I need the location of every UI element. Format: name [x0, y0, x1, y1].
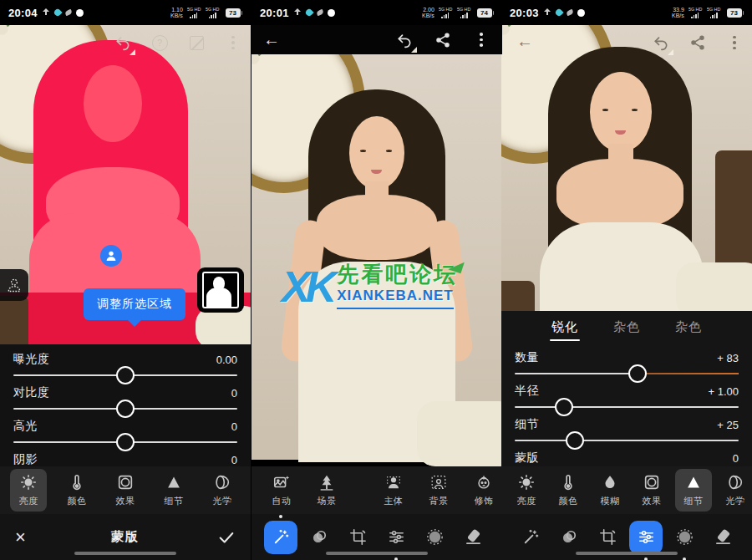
mask-thumbnail[interactable]: [197, 267, 244, 313]
masking-tool[interactable]: [668, 521, 701, 554]
crop-tool[interactable]: [341, 521, 374, 554]
preview-off-icon[interactable]: [187, 33, 206, 52]
magic-wand-tool[interactable]: [264, 521, 297, 554]
slider-track[interactable]: [13, 436, 237, 448]
bed-frame-decor: [501, 281, 535, 311]
undo-icon[interactable]: [114, 33, 132, 52]
slider-value: 0: [231, 387, 237, 400]
back-icon[interactable]: ←: [263, 30, 280, 49]
slider-knob[interactable]: [566, 431, 584, 450]
mixer-sliders-tool[interactable]: [629, 521, 663, 554]
undo-icon[interactable]: [652, 33, 670, 52]
redo-expand-icon: [668, 49, 673, 55]
upload-icon: [42, 8, 50, 17]
magic-wand-tool[interactable]: [514, 521, 547, 554]
slider-knob[interactable]: [628, 364, 647, 383]
toolbar-item-color[interactable]: 颜色: [58, 469, 95, 512]
photo-canvas[interactable]: ? 调整所选区域: [0, 25, 251, 344]
tab-sharpen[interactable]: 锐化: [551, 319, 578, 341]
photo-canvas[interactable]: ←: [501, 25, 752, 311]
toolbar-item-effects[interactable]: 效果: [107, 469, 144, 512]
back-icon[interactable]: ←: [516, 32, 533, 51]
crop-tool[interactable]: [591, 521, 624, 554]
help-icon[interactable]: ?: [150, 33, 169, 52]
mixer-sliders-tool[interactable]: [379, 521, 413, 554]
home-indicator[interactable]: [74, 552, 176, 555]
tab-color-noise[interactable]: 杂色: [675, 319, 702, 341]
status-bar: 20:04 1.10KB/s 5G HD 5G HD: [0, 0, 251, 25]
slider-value: + 25: [717, 419, 739, 431]
toolbar-item-detail[interactable]: 细节: [675, 469, 712, 512]
toolbar-item-blur[interactable]: 模糊: [592, 469, 628, 512]
slider-track[interactable]: [13, 369, 237, 381]
close-icon[interactable]: ×: [15, 527, 26, 548]
woman-face: [590, 72, 652, 152]
watermark-logo: XK: [282, 268, 332, 305]
signal-bars-icon: [460, 13, 468, 18]
masking-tool[interactable]: [418, 521, 451, 554]
toolbar-item-auto[interactable]: 自动: [263, 469, 300, 512]
confirm-check-icon[interactable]: [217, 528, 236, 547]
adjust-selection-tooltip[interactable]: 调整所选区域: [84, 288, 185, 320]
woman-shoulders: [556, 159, 683, 229]
thermometer-icon: [68, 473, 86, 491]
toolbar-item-retouch[interactable]: 修饰: [465, 469, 502, 512]
more-icon[interactable]: [725, 33, 744, 52]
subject-person-icon: [384, 473, 403, 491]
category-toolbar: 亮度 颜色 模糊 效果 细节: [501, 466, 752, 514]
presets-tool[interactable]: [552, 521, 586, 554]
slider-track[interactable]: [13, 403, 237, 415]
slider-knob[interactable]: [116, 366, 135, 384]
share-icon[interactable]: [688, 33, 707, 52]
toolbar-item-scene[interactable]: 场景: [308, 469, 345, 512]
watermark-site: XIANKEBA.NET: [337, 285, 454, 309]
slider-row-highlights: 高光0: [13, 416, 237, 450]
presets-tool[interactable]: [302, 521, 336, 554]
eraser-tool[interactable]: [456, 521, 490, 554]
scene-tree-icon: [318, 473, 336, 491]
woman-face: [349, 116, 404, 190]
detail-triangle-icon: [684, 473, 703, 491]
slider-value: 0.00: [216, 354, 237, 366]
slider-knob[interactable]: [116, 400, 135, 418]
share-icon[interactable]: [434, 31, 452, 49]
home-indicator[interactable]: [326, 552, 428, 555]
slider-value: 0: [231, 420, 237, 433]
status-bar: 20:01 2.00KB/s 5G HD 5G HD: [252, 0, 502, 25]
slider-label: 高光: [13, 419, 38, 434]
toolbar-item-optics[interactable]: 光学: [717, 469, 752, 512]
bed-frame-decor: [0, 296, 28, 344]
toolbar-item-effects[interactable]: 效果: [633, 469, 670, 512]
toolbar-item-subject[interactable]: 主体: [375, 469, 412, 512]
slider-track[interactable]: [515, 435, 739, 446]
slider-track[interactable]: [515, 368, 739, 379]
more-icon[interactable]: [224, 33, 242, 52]
more-icon[interactable]: [472, 31, 490, 49]
tab-noise[interactable]: 杂色: [613, 319, 640, 341]
slider-knob[interactable]: [116, 433, 135, 451]
pillow-decor: [417, 401, 502, 466]
toolbar-item-background[interactable]: 背景: [420, 469, 457, 512]
toolbar-item-detail[interactable]: 细节: [155, 469, 192, 512]
drop-app-icon: [554, 8, 563, 17]
battery-indicator: 73: [226, 8, 243, 18]
leaf-app-icon: [566, 9, 574, 16]
subject-pin-icon[interactable]: [100, 245, 122, 267]
slider-label: 数量: [515, 350, 539, 365]
tool-badge-dot: [683, 557, 686, 560]
toolbar-item-light[interactable]: 亮度: [10, 469, 47, 512]
home-indicator[interactable]: [576, 552, 678, 555]
toolbar-item-light[interactable]: 亮度: [508, 469, 545, 512]
watermark-title: 先看吧论坛: [337, 263, 458, 285]
network-speed: 2.00KB/s: [422, 7, 434, 18]
undo-icon[interactable]: [395, 31, 414, 49]
select-subject-button[interactable]: [0, 269, 28, 301]
slider-knob[interactable]: [555, 398, 573, 416]
eraser-tool[interactable]: [706, 521, 739, 554]
network-speed: 33.9KB/s: [672, 7, 684, 18]
active-tool-dot: [644, 557, 648, 560]
toolbar-item-color[interactable]: 颜色: [550, 469, 587, 512]
slider-track[interactable]: [515, 401, 739, 413]
toolbar-item-optics[interactable]: 光学: [204, 469, 241, 512]
photo-canvas[interactable]: XK 先看吧论坛 XIANKEBA.NET: [252, 54, 502, 460]
